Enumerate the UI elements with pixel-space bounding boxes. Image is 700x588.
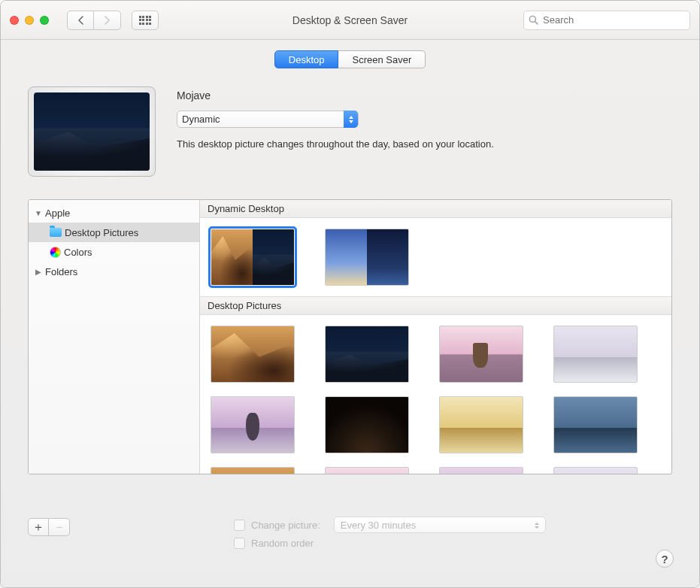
wallpaper-thumb[interactable] [211, 396, 295, 453]
sidebar-item-desktop-pictures[interactable]: Desktop Pictures [29, 223, 199, 242]
desktop-pictures-grid [200, 315, 671, 474]
nav-buttons [67, 11, 121, 30]
preferences-window: Desktop & Screen Saver Desktop Screen Sa… [0, 0, 700, 588]
wallpaper-thumb[interactable] [325, 467, 409, 474]
folder-icon [50, 228, 62, 237]
search-icon [529, 15, 538, 25]
current-wallpaper-preview [28, 86, 156, 177]
tab-bar: Desktop Screen Saver [28, 50, 672, 68]
wallpaper-thumb[interactable] [325, 326, 409, 383]
select-arrows-icon [533, 520, 541, 531]
random-order-label: Random order [251, 538, 314, 549]
sidebar-item-label: Colors [64, 247, 92, 258]
section-header-dynamic: Dynamic Desktop [200, 200, 671, 218]
remove-folder-button[interactable]: － [49, 518, 70, 536]
sidebar-item-colors[interactable]: Colors [29, 242, 199, 262]
wallpaper-thumb-solar-gradients[interactable] [325, 229, 409, 286]
wallpaper-mode-value: Dynamic [182, 114, 220, 125]
random-order-checkbox[interactable] [234, 538, 245, 549]
bottom-bar: ＋ － Change picture: Every 30 minutes Ran… [28, 515, 672, 569]
select-arrows-icon [344, 111, 358, 128]
forward-button[interactable] [94, 11, 121, 30]
wallpaper-thumb[interactable] [211, 467, 295, 474]
wallpaper-mode-select[interactable]: Dynamic [177, 111, 359, 128]
change-picture-checkbox[interactable] [234, 520, 245, 531]
current-wallpaper-row: Mojave Dynamic This desktop picture chan… [28, 86, 672, 177]
tab-desktop[interactable]: Desktop [274, 50, 339, 68]
wallpaper-thumb[interactable] [439, 396, 523, 453]
show-all-button[interactable] [132, 11, 159, 30]
close-window-button[interactable] [10, 16, 19, 25]
wallpaper-thumb[interactable] [439, 467, 523, 474]
disclosure-triangle-icon: ▶ [35, 268, 42, 276]
wallpaper-thumb[interactable] [211, 326, 295, 383]
wallpaper-thumb[interactable] [553, 396, 638, 453]
tab-screen-saver[interactable]: Screen Saver [338, 50, 426, 68]
dynamic-desktop-grid [200, 218, 671, 296]
grid-icon [139, 16, 152, 25]
sidebar-item-label: Folders [45, 266, 77, 277]
svg-line-1 [535, 22, 538, 25]
zoom-window-button[interactable] [40, 16, 49, 25]
thumbnail-column: Dynamic Desktop Desktop Pictures [200, 200, 671, 474]
wallpaper-thumb[interactable] [325, 396, 409, 453]
search-field[interactable] [523, 11, 690, 30]
add-folder-button[interactable]: ＋ [28, 518, 49, 536]
minimize-window-button[interactable] [25, 16, 34, 25]
titlebar: Desktop & Screen Saver [1, 1, 699, 40]
disclosure-triangle-icon: ▼ [35, 209, 42, 217]
change-picture-row: Change picture: Every 30 minutes [234, 517, 546, 533]
help-button[interactable]: ? [656, 550, 674, 568]
sidebar-item-label: Desktop Pictures [65, 227, 138, 238]
wallpaper-thumb[interactable] [553, 467, 638, 474]
color-wheel-icon [50, 247, 61, 258]
options-group: Change picture: Every 30 minutes Random … [234, 517, 546, 549]
wallpaper-name: Mojave [177, 89, 672, 102]
source-sidebar: ▼ Apple Desktop Pictures Colors ▶ Folder… [29, 200, 200, 474]
section-header-pictures: Desktop Pictures [200, 296, 671, 315]
window-controls [10, 16, 49, 25]
content-area: Desktop Screen Saver Mojave Dynamic This… [1, 40, 699, 587]
sidebar-item-folders[interactable]: ▶ Folders [29, 262, 199, 281]
wallpaper-thumb[interactable] [439, 326, 523, 383]
change-picture-label: Change picture: [251, 520, 320, 531]
wallpaper-browser: ▼ Apple Desktop Pictures Colors ▶ Folder… [28, 199, 672, 474]
search-input[interactable] [543, 14, 685, 26]
sidebar-item-apple[interactable]: ▼ Apple [29, 203, 199, 223]
wallpaper-info: Mojave Dynamic This desktop picture chan… [177, 86, 672, 177]
wallpaper-thumb[interactable] [553, 326, 638, 383]
wallpaper-hint: This desktop picture changes throughout … [177, 138, 672, 150]
change-interval-value: Every 30 minutes [341, 520, 416, 531]
random-order-row: Random order [234, 538, 546, 549]
change-interval-select[interactable]: Every 30 minutes [334, 517, 546, 533]
add-remove-buttons: ＋ － [28, 518, 70, 536]
sidebar-item-label: Apple [45, 208, 70, 219]
back-button[interactable] [67, 11, 94, 30]
wallpaper-preview-image [34, 92, 150, 171]
wallpaper-thumb-mojave-dynamic[interactable] [211, 229, 295, 286]
